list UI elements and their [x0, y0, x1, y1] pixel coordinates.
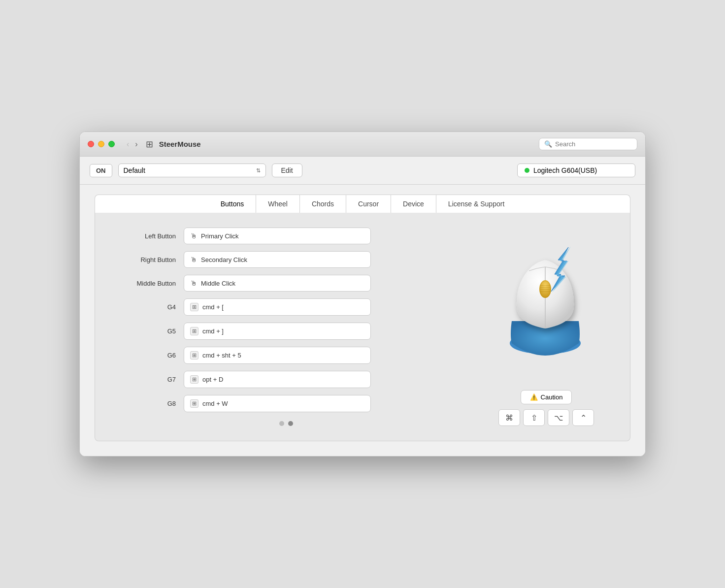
caution-label: Caution [541, 393, 563, 401]
titlebar: ‹ › ⊞ SteerMouse 🔍 [80, 132, 645, 157]
caution-button[interactable]: ⚠️ Caution [521, 390, 572, 404]
back-button[interactable]: ‹ [125, 139, 131, 150]
g4-label: G4 [110, 303, 184, 311]
search-icon: 🔍 [544, 140, 552, 148]
left-button-action[interactable]: 🖱 Primary Click [184, 228, 371, 244]
grid-icon[interactable]: ⊞ [146, 139, 153, 150]
g8-value: cmd + W [202, 400, 228, 407]
toolbar: ON Default ⇅ Edit Logitech G604(USB) [80, 157, 645, 185]
app-title: SteerMouse [159, 140, 533, 148]
option-key[interactable]: ⌥ [548, 409, 569, 426]
forward-button[interactable]: › [133, 139, 139, 150]
main-panel: Left Button 🖱 Primary Click Right Button… [95, 213, 630, 441]
table-row: G5 ⊞ cmd + ] [110, 323, 462, 340]
g7-label: G7 [110, 376, 184, 383]
profile-select[interactable]: Default ⇅ [118, 163, 266, 177]
edit-button[interactable]: Edit [272, 163, 302, 177]
tab-wheel[interactable]: Wheel [256, 195, 300, 213]
g5-action[interactable]: ⊞ cmd + ] [184, 323, 371, 340]
buttons-list: Left Button 🖱 Primary Click Right Button… [110, 228, 462, 426]
tabs-bar: Buttons Wheel Chords Cursor Device Licen… [95, 195, 630, 213]
g8-label: G8 [110, 400, 184, 407]
right-panel: ⚠️ Caution ⌘ ⇧ ⌥ ⌃ [477, 228, 615, 426]
device-indicator: Logitech G604(USB) [517, 163, 635, 177]
left-button-label: Left Button [110, 232, 184, 240]
g6-value: cmd + sht + 5 [202, 352, 241, 359]
content: Buttons Wheel Chords Cursor Device Licen… [80, 185, 645, 456]
middle-button-action[interactable]: 🖱 Middle Click [184, 275, 371, 292]
shift-key[interactable]: ⇧ [523, 409, 545, 426]
g5-value: cmd + ] [202, 327, 224, 335]
middle-button-label: Middle Button [110, 280, 184, 287]
page-dot-2[interactable] [288, 421, 293, 426]
keyboard-icon: ⊞ [190, 375, 198, 384]
g4-value: cmd + [ [202, 303, 224, 311]
page-dots [110, 421, 462, 426]
search-box: 🔍 [539, 138, 637, 150]
keyboard-icon: ⊞ [190, 351, 198, 359]
tab-cursor[interactable]: Cursor [346, 195, 391, 213]
right-button-label: Right Button [110, 256, 184, 263]
table-row: Right Button 🖱 Secondary Click [110, 251, 462, 268]
table-row: G7 ⊞ opt + D [110, 371, 462, 388]
table-row: G4 ⊞ cmd + [ [110, 298, 462, 316]
tab-buttons[interactable]: Buttons [209, 195, 256, 213]
control-key[interactable]: ⌃ [572, 409, 594, 426]
table-row: G6 ⊞ cmd + sht + 5 [110, 347, 462, 364]
maximize-button[interactable] [108, 141, 115, 147]
right-button-value: Secondary Click [201, 256, 247, 263]
g7-value: opt + D [202, 376, 223, 383]
warning-icon: ⚠️ [530, 393, 538, 401]
keyboard-icon: ⊞ [190, 327, 198, 335]
mouse-icon: 🖱 [190, 232, 197, 240]
keyboard-icon: ⊞ [190, 303, 198, 311]
app-window: ‹ › ⊞ SteerMouse 🔍 ON Default ⇅ Edit Log… [79, 131, 646, 457]
tab-chords[interactable]: Chords [300, 195, 346, 213]
g5-label: G5 [110, 327, 184, 335]
g7-action[interactable]: ⊞ opt + D [184, 371, 371, 388]
nav-arrows: ‹ › [125, 139, 140, 150]
middle-button-value: Middle Click [201, 280, 235, 287]
mouse-icon: 🖱 [190, 279, 197, 287]
g4-action[interactable]: ⊞ cmd + [ [184, 298, 371, 316]
left-button-value: Primary Click [201, 232, 239, 240]
device-name: Logitech G604(USB) [533, 166, 597, 174]
g6-action[interactable]: ⊞ cmd + sht + 5 [184, 347, 371, 364]
on-off-button[interactable]: ON [90, 164, 112, 177]
chevron-updown-icon: ⇅ [256, 167, 261, 174]
table-row: G8 ⊞ cmd + W [110, 395, 462, 412]
table-row: Left Button 🖱 Primary Click [110, 228, 462, 244]
cmd-key[interactable]: ⌘ [498, 409, 520, 426]
tab-device[interactable]: Device [391, 195, 436, 213]
keyboard-icon: ⊞ [190, 399, 198, 408]
mouse-illustration [492, 237, 600, 356]
modifier-keys: ⌘ ⇧ ⌥ ⌃ [498, 409, 594, 426]
g6-label: G6 [110, 352, 184, 359]
traffic-lights [88, 141, 115, 147]
mouse-icon: 🖱 [190, 256, 197, 263]
close-button[interactable] [88, 141, 94, 147]
g8-action[interactable]: ⊞ cmd + W [184, 395, 371, 412]
right-button-action[interactable]: 🖱 Secondary Click [184, 251, 371, 268]
search-input[interactable] [555, 140, 632, 148]
caution-section: ⚠️ Caution ⌘ ⇧ ⌥ ⌃ [477, 390, 615, 426]
page-dot-1[interactable] [279, 421, 284, 426]
minimize-button[interactable] [98, 141, 104, 147]
profile-label: Default [124, 166, 145, 174]
svg-point-1 [539, 280, 551, 298]
table-row: Middle Button 🖱 Middle Click [110, 275, 462, 292]
tab-license[interactable]: License & Support [436, 195, 516, 213]
device-status-dot [525, 168, 529, 173]
